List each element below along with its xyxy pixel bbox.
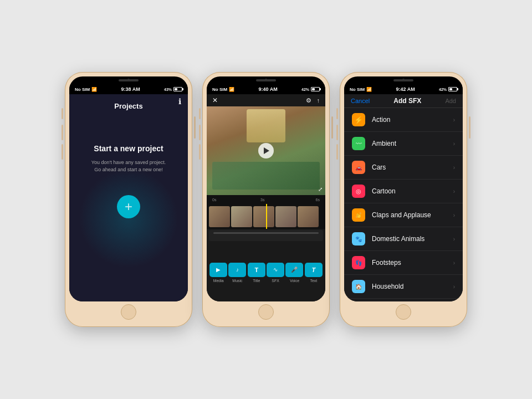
phone-1-body: Projects ℹ Start a new project You don't… xyxy=(69,94,188,301)
sfx-icon: ∿ xyxy=(267,263,284,277)
media-label: Media xyxy=(213,279,224,283)
play-icon xyxy=(264,147,269,154)
sfx-nav: Cancel Add SFX Add xyxy=(344,94,463,108)
close-button[interactable]: ✕ xyxy=(212,96,218,104)
cartoon-icon: ◎ xyxy=(352,185,365,198)
phone-3-home-button[interactable] xyxy=(396,304,411,320)
phone-1-top-notch xyxy=(69,76,188,84)
sfx-item-cartoon[interactable]: ◎ Cartoon › xyxy=(344,180,463,203)
media-tool[interactable]: ▶ Media xyxy=(209,263,228,283)
editor-icons: ⚙ ↑ xyxy=(306,97,320,104)
cartoon-chevron: › xyxy=(453,188,455,195)
editor-top-bar: ✕ ⚙ ↑ xyxy=(207,94,325,106)
text-icon: T xyxy=(305,263,323,277)
film-cell-1 xyxy=(209,206,230,227)
cancel-button[interactable]: Cancel xyxy=(351,98,370,104)
ambient-icon: 〰 xyxy=(352,137,365,150)
status-right-group: 43% xyxy=(164,87,182,91)
projects-title: Projects xyxy=(114,102,142,110)
share-icon[interactable]: ↑ xyxy=(317,97,320,104)
fullscreen-button[interactable]: ⤢ xyxy=(318,186,323,192)
film-cell-4 xyxy=(275,206,296,227)
cartoon-label: Cartoon xyxy=(372,187,396,195)
phone-power-button xyxy=(194,116,196,139)
action-label: Action xyxy=(372,116,390,124)
voice-tool[interactable]: 🎤 Voice xyxy=(285,263,304,283)
ambient-chevron: › xyxy=(453,141,455,147)
claps-icon: 👏 xyxy=(352,208,365,222)
sfx-nav-title: Add SFX xyxy=(393,97,421,105)
voice-label: Voice xyxy=(290,279,299,283)
phone-2-camera xyxy=(265,79,268,81)
domestic-icon: 🐾 xyxy=(352,232,365,245)
phone-1-screen: No SIM 📶 9:38 AM 43% Projects ℹ Start a … xyxy=(69,76,188,301)
cars-chevron: › xyxy=(453,165,455,171)
filter-icon[interactable]: ⚙ xyxy=(306,97,311,104)
play-button[interactable] xyxy=(258,143,274,158)
phone-2-time: 9:40 AM xyxy=(258,86,277,92)
sfx-tool[interactable]: ∿ SFX xyxy=(266,263,285,283)
phone-2: No SIM 📶 9:40 AM 42% ✕ ⚙ ↑ xyxy=(202,72,330,327)
claps-chevron: › xyxy=(453,212,455,218)
household-icon: 🏠 xyxy=(352,280,365,293)
phone-1-home-button[interactable] xyxy=(121,304,136,320)
phone-3-battery-icon xyxy=(448,87,457,91)
phone-1-camera xyxy=(127,79,130,81)
phone-3-power-button xyxy=(469,116,470,139)
sfx-item-domestic[interactable]: 🐾 Domestic Animals › xyxy=(344,227,463,251)
text-tool[interactable]: T Text xyxy=(304,263,323,283)
sfx-item-human[interactable]: ♪ Human Sounds › xyxy=(344,299,463,301)
household-label: Household xyxy=(372,283,403,290)
phone-2-body: ✕ ⚙ ↑ ⤢ xyxy=(207,94,325,301)
footsteps-chevron: › xyxy=(453,260,455,266)
title-icon: T xyxy=(248,263,265,277)
household-chevron: › xyxy=(453,284,455,290)
phone-2-battery-icon xyxy=(311,87,320,91)
battery-icon xyxy=(173,87,182,91)
sfx-item-action[interactable]: ⚡ Action › xyxy=(344,108,463,132)
phone-2-status-left: No SIM 📶 xyxy=(212,87,234,92)
phone-2-status-right: 42% xyxy=(301,87,320,91)
audio-waveform xyxy=(213,232,319,234)
main-heading: Start a new project xyxy=(94,144,163,154)
phone-3-volume-down-button xyxy=(336,144,338,160)
phone-mute-button xyxy=(62,108,63,119)
phone-2-home-button[interactable] xyxy=(258,304,274,320)
phone-3-status-bar: No SIM 📶 9:42 AM 42% xyxy=(344,84,463,94)
music-tool[interactable]: ♪ Music xyxy=(228,263,247,283)
phone-2-status-bar: No SIM 📶 9:40 AM 42% xyxy=(207,84,325,94)
sfx-item-cars[interactable]: 🚗 Cars › xyxy=(344,156,463,180)
status-time: 9:38 AM xyxy=(121,86,140,92)
phone-volume-up-button xyxy=(62,125,63,140)
text-label: Text xyxy=(310,279,317,283)
info-button[interactable]: ℹ xyxy=(178,97,181,106)
phone-3-screen: No SIM 📶 9:42 AM 42% Cancel Add SFX Add xyxy=(344,76,463,301)
film-cell-2 xyxy=(231,206,252,227)
title-tool[interactable]: T Title xyxy=(247,263,266,283)
phone-volume-down-button xyxy=(62,144,63,160)
voice-icon: 🎤 xyxy=(285,263,303,277)
sfx-item-claps[interactable]: 👏 Claps and Applause › xyxy=(344,203,463,227)
ruler-3s: 3s xyxy=(260,198,264,202)
audio-track xyxy=(209,230,323,241)
ambient-label: Ambient xyxy=(372,140,396,147)
ruler-6s: 6s xyxy=(316,198,320,202)
no-sim-label: No SIM xyxy=(75,87,90,92)
status-left-group: No SIM 📶 xyxy=(75,87,97,92)
phone-3-top-notch xyxy=(344,76,463,84)
phone-2-power-button xyxy=(331,116,333,139)
phone-2-mute-button xyxy=(199,108,201,119)
cars-icon: 🚗 xyxy=(352,161,365,174)
sfx-item-footsteps[interactable]: 👣 Footsteps › xyxy=(344,251,463,275)
music-icon: ♪ xyxy=(228,263,246,277)
glow-effect xyxy=(79,168,178,268)
add-button[interactable]: Add xyxy=(445,98,456,104)
sfx-item-household[interactable]: 🏠 Household › xyxy=(344,275,463,299)
ruler-0s: 0s xyxy=(212,198,216,202)
no-sim-label-3: No SIM xyxy=(350,87,365,92)
film-cell-5 xyxy=(298,206,319,227)
action-icon: ⚡ xyxy=(352,113,365,126)
sfx-item-ambient[interactable]: 〰 Ambient › xyxy=(344,132,463,156)
filmstrip[interactable] xyxy=(207,204,325,229)
playhead xyxy=(266,204,267,229)
